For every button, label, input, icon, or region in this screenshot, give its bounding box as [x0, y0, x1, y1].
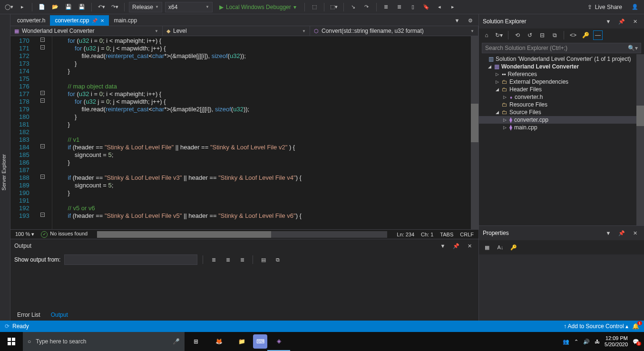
indent-left-icon[interactable]: ≣ [381, 2, 391, 12]
doc-settings-icon[interactable]: ⚙ [465, 15, 476, 26]
output-pin-icon[interactable]: 📌 [451, 241, 461, 251]
add-source-control-button[interactable]: ↑ Add to Source Control ▴ [564, 323, 628, 330]
editor-hscrollbar[interactable] [97, 231, 387, 238]
se-pin-icon[interactable]: 📌 [616, 16, 627, 27]
taskbar-app-firefox[interactable]: 🦊 [207, 332, 230, 351]
se-showall-icon[interactable]: ⧉ [550, 30, 559, 40]
step-over-icon[interactable]: ↷ [361, 2, 372, 12]
se-collapse-icon[interactable]: ⊟ [537, 30, 547, 40]
bookmark-next-icon[interactable]: ▸ [448, 2, 458, 12]
doc-dropdown-icon[interactable]: ▼ [452, 15, 462, 26]
nav-back-icon[interactable]: ◯▾ [4, 2, 14, 12]
platform-dropdown[interactable]: x64▼ [165, 2, 213, 12]
start-button[interactable] [0, 332, 23, 351]
step-into-icon[interactable]: ↘ [348, 2, 359, 12]
props-close-icon[interactable]: ✕ [630, 228, 640, 238]
tray-expand-icon[interactable]: ⌃ [574, 339, 578, 345]
se-dropdown-icon[interactable]: ▼ [603, 16, 614, 27]
indent-right-icon[interactable]: ≣ [394, 2, 405, 12]
taskbar-app-vs[interactable]: ◈ [267, 332, 290, 351]
output-clear-icon[interactable]: ≣ [208, 254, 219, 265]
live-share-button[interactable]: ⇪ Live Share [583, 4, 627, 10]
props-events-icon[interactable]: 🔑 [508, 242, 519, 253]
tree-project[interactable]: ◢▦Wonderland Level Converter [479, 63, 644, 70]
props-alpha-icon[interactable]: A↓ [495, 242, 506, 253]
se-close-icon[interactable]: ✕ [630, 16, 640, 27]
user-icon[interactable]: 👤 [630, 2, 640, 12]
outline-gutter[interactable] [33, 36, 52, 229]
output-close-icon[interactable]: ✕ [464, 241, 475, 251]
code-content[interactable]: for (u32 i = 0; i < mapheight; i++) { fo… [52, 36, 302, 229]
nav-function-dropdown[interactable]: ⬡Convert(std::string filename, u32 forma… [310, 26, 478, 36]
se-refresh-icon[interactable]: ↺ [525, 30, 535, 40]
tree-references[interactable]: ▷▪▪References [479, 70, 644, 78]
comment-icon[interactable]: ▯ [408, 2, 418, 12]
start-debug-button[interactable]: ▶ Local Windows Debugger ▾ [215, 2, 300, 12]
new-file-icon[interactable]: 📄 [37, 2, 47, 12]
tab-output[interactable]: Output [46, 310, 73, 320]
pin-icon[interactable]: 📌 [92, 18, 98, 23]
tree-header-files[interactable]: ◢🗀Header Files [479, 86, 644, 93]
taskbar-search[interactable]: ○Type here to search🎤 [23, 332, 185, 351]
se-search-input[interactable]: Search Solution Explorer (Ctrl+;) 🔍▾ [482, 43, 641, 53]
save-all-icon[interactable]: 💾 [77, 2, 87, 12]
se-preview-icon[interactable]: — [593, 30, 603, 40]
close-icon[interactable]: ✕ [100, 18, 104, 23]
undo-icon[interactable]: ↶▾ [96, 2, 107, 12]
tree-source-files[interactable]: ◢🗀Source Files [479, 108, 644, 116]
taskbar-app-discord[interactable]: ⌨ [253, 334, 267, 349]
toolbar-btn-a[interactable]: ⬚ [309, 2, 320, 12]
output-indent-icon[interactable]: ▤ [258, 254, 269, 265]
se-properties-icon[interactable]: 🔑 [581, 30, 590, 40]
se-code-icon[interactable]: <> [568, 30, 578, 40]
bookmark-icon[interactable]: 🔖 [421, 2, 431, 12]
props-categorized-icon[interactable]: ▦ [482, 242, 492, 253]
taskbar-app-explorer[interactable]: 📁 [230, 332, 253, 351]
output-body[interactable] [10, 267, 478, 309]
taskbar-clock[interactable]: 12:09 PM5/20/2020 [605, 335, 628, 348]
nav-class-dropdown[interactable]: ◆Level▼ [163, 26, 310, 36]
bookmark-prev-icon[interactable]: ◂ [434, 2, 445, 12]
se-vscrollbar[interactable] [636, 54, 644, 225]
line-ending[interactable]: CRLF [460, 232, 474, 237]
solution-tree[interactable]: ▥Solution 'Wonderland Level Converter' (… [479, 54, 644, 225]
se-home-icon[interactable]: ⌂ [482, 30, 491, 40]
tray-volume-icon[interactable]: 🔊 [583, 339, 590, 345]
tree-solution[interactable]: ▥Solution 'Wonderland Level Converter' (… [479, 55, 644, 63]
health-indicator[interactable]: No issues found [41, 231, 88, 238]
tray-people-icon[interactable]: 👥 [563, 339, 569, 345]
toolbar-btn-b[interactable]: ⬚▾ [329, 2, 339, 12]
tree-converter-cpp[interactable]: ▷⧫converter.cpp [479, 116, 644, 124]
notifications-icon[interactable]: 🔔1 [632, 323, 639, 330]
tab-error-list[interactable]: Error List [12, 310, 45, 320]
tree-resource-files[interactable]: 🗀Resource Files [479, 101, 644, 108]
tray-network-icon[interactable]: 🖧 [595, 339, 600, 344]
nav-fwd-icon[interactable]: ▸ [17, 2, 28, 12]
tree-main-cpp[interactable]: ▷⧫main.cpp [479, 124, 644, 131]
nav-project-dropdown[interactable]: ▦Wonderland Level Converter▼ [10, 26, 163, 36]
zoom-level[interactable]: 100 % ▾ [15, 231, 34, 237]
tab-converter-cpp[interactable]: converter.cpp📌✕ [50, 15, 109, 26]
solution-config-dropdown[interactable]: Release▼ [129, 2, 162, 12]
output-toggle-icon[interactable]: ≣ [223, 254, 233, 265]
output-dropdown-icon[interactable]: ▼ [438, 241, 448, 251]
output-source-dropdown[interactable] [64, 254, 197, 265]
props-pin-icon[interactable]: 📌 [616, 228, 627, 238]
editor-vscrollbar[interactable] [471, 36, 478, 229]
se-sync-icon[interactable]: ⟲ [513, 30, 522, 40]
se-back-icon[interactable]: ↻▾ [494, 30, 504, 40]
tree-converter-h[interactable]: ▷⬧converter.h [479, 93, 644, 101]
output-wrap-icon[interactable]: ≣ [237, 254, 247, 265]
tab-converter-h[interactable]: converter.h [12, 15, 50, 26]
redo-icon[interactable]: ↷▾ [109, 2, 120, 12]
props-dropdown-icon[interactable]: ▼ [603, 228, 614, 238]
open-file-icon[interactable]: 📂 [50, 2, 60, 12]
output-goto-icon[interactable]: ⧉ [273, 254, 283, 265]
tab-main-cpp[interactable]: main.cpp [109, 15, 142, 26]
task-view-icon[interactable]: ⊞ [185, 332, 207, 351]
action-center-icon[interactable]: 💬3 [633, 339, 639, 345]
save-icon[interactable]: 💾 [63, 2, 74, 12]
tree-external-deps[interactable]: ▷🗀External Dependencies [479, 78, 644, 86]
server-explorer-tab[interactable]: Server Explorer [0, 152, 8, 192]
indent-mode[interactable]: TABS [440, 232, 453, 237]
